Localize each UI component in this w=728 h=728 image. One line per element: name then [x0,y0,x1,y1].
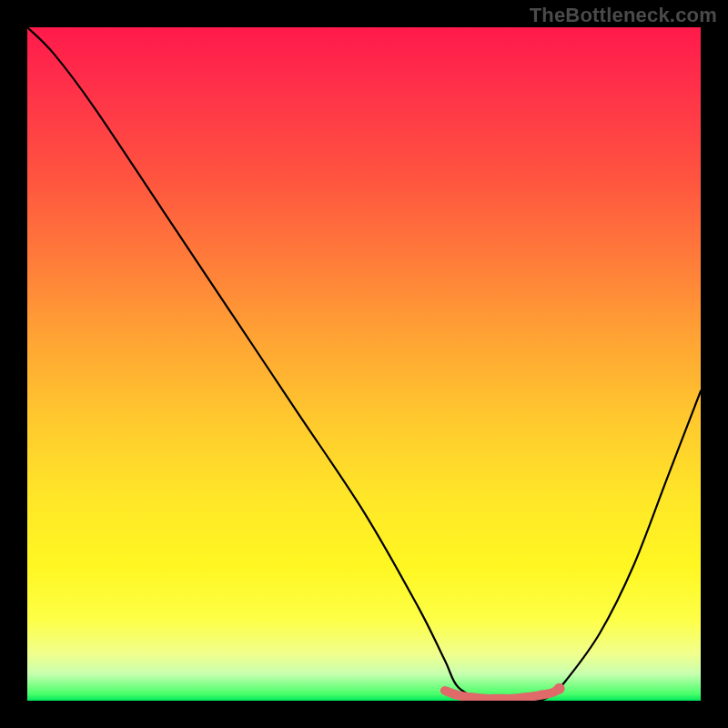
optimal-end-dot [554,683,565,694]
curve-layer [27,27,701,701]
bottleneck-curve [27,27,701,701]
chart-frame: TheBottleneck.com [0,0,728,728]
watermark-text: TheBottleneck.com [530,4,717,27]
plot-area [27,27,701,701]
